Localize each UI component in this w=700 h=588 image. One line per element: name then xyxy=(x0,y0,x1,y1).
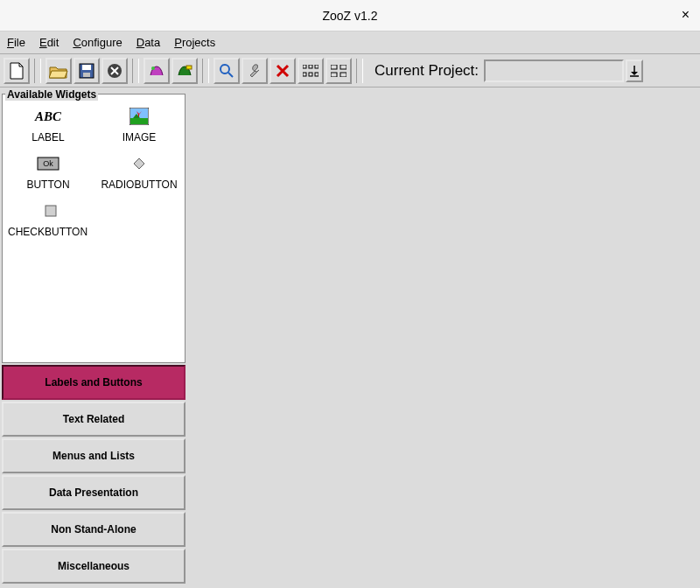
svg-rect-11 xyxy=(303,73,306,76)
toolbar-separator xyxy=(202,59,209,83)
toolbar-separator xyxy=(34,59,41,83)
zoom-button[interactable] xyxy=(214,58,240,84)
category-menus-and-lists[interactable]: Menus and Lists xyxy=(2,438,186,473)
new-file-button[interactable] xyxy=(4,58,30,84)
content-area: Available Widgets ABC LABEL IMAGE xyxy=(0,88,700,588)
widget-button[interactable]: Ok BUTTON xyxy=(3,149,94,196)
window-title: ZooZ v1.2 xyxy=(322,9,377,23)
menubar: File Edit Configure Data Projects xyxy=(0,32,700,54)
titlebar: ZooZ v1.2 × xyxy=(0,0,700,32)
category-text-related[interactable]: Text Related xyxy=(2,402,186,437)
svg-rect-16 xyxy=(331,73,337,77)
toolbar: Current Project: xyxy=(0,54,700,88)
widget-icon-2[interactable] xyxy=(172,58,198,84)
category-miscellaneous[interactable]: Miscellaneous xyxy=(2,549,186,584)
delete-button[interactable] xyxy=(102,58,128,84)
svg-rect-15 xyxy=(340,65,346,69)
widget-radiobutton[interactable]: RADIOBUTTON xyxy=(94,149,185,196)
image-icon xyxy=(94,107,185,126)
svg-rect-27 xyxy=(46,206,56,216)
svg-rect-14 xyxy=(331,65,337,69)
label-icon: ABC xyxy=(3,107,94,126)
widget-area: ABC LABEL IMAGE Ok BUTTON xyxy=(2,94,186,363)
svg-rect-8 xyxy=(303,65,306,68)
project-label: Current Project: xyxy=(374,62,479,80)
svg-rect-2 xyxy=(83,73,90,77)
svg-rect-12 xyxy=(309,73,312,76)
svg-rect-17 xyxy=(340,73,346,77)
category-non-stand-alone[interactable]: Non Stand-Alone xyxy=(2,512,186,547)
svg-rect-13 xyxy=(315,73,318,76)
widgets-group-title: Available Widgets xyxy=(5,88,98,101)
toolbar-separator xyxy=(132,59,139,83)
radiobutton-icon xyxy=(94,154,185,173)
svg-point-6 xyxy=(220,65,229,74)
project-input[interactable] xyxy=(484,60,624,82)
svg-rect-5 xyxy=(186,66,192,69)
menu-projects[interactable]: Projects xyxy=(174,36,215,49)
widget-label[interactable]: ABC LABEL xyxy=(3,102,94,149)
widget-icon-1[interactable] xyxy=(144,58,170,84)
project-dropdown-button[interactable] xyxy=(626,60,643,82)
widget-image[interactable]: IMAGE xyxy=(94,102,185,149)
svg-text:Ok: Ok xyxy=(43,159,53,168)
category-list: Labels and Buttons Text Related Menus an… xyxy=(2,365,186,584)
svg-rect-10 xyxy=(315,65,318,68)
svg-rect-9 xyxy=(309,65,312,68)
svg-rect-1 xyxy=(82,65,91,70)
svg-point-4 xyxy=(151,66,155,70)
close-icon[interactable]: × xyxy=(682,7,690,23)
save-button[interactable] xyxy=(74,58,100,84)
main-canvas xyxy=(187,88,700,588)
toolbar-separator xyxy=(356,59,363,83)
menu-configure[interactable]: Configure xyxy=(73,36,122,49)
widgets-group: Available Widgets ABC LABEL IMAGE xyxy=(2,88,186,363)
menu-data[interactable]: Data xyxy=(136,36,160,49)
button-icon: Ok xyxy=(3,154,94,173)
category-data-presentation[interactable]: Data Presentation xyxy=(2,475,186,510)
menu-edit[interactable]: Edit xyxy=(39,36,59,49)
widget-checkbutton[interactable]: CHECKBUTTON xyxy=(3,196,185,243)
category-labels-and-buttons[interactable]: Labels and Buttons xyxy=(2,365,186,400)
svg-rect-21 xyxy=(130,118,148,124)
remove-button[interactable] xyxy=(270,58,296,84)
wrench-button[interactable] xyxy=(242,58,268,84)
grid-small-button[interactable] xyxy=(298,58,324,84)
grid-large-button[interactable] xyxy=(326,58,352,84)
svg-marker-26 xyxy=(134,158,144,169)
svg-line-7 xyxy=(228,73,233,77)
menu-file[interactable]: File xyxy=(7,36,25,49)
sidebar: Available Widgets ABC LABEL IMAGE xyxy=(0,88,187,588)
checkbutton-icon xyxy=(8,201,185,220)
open-button[interactable] xyxy=(46,58,72,84)
